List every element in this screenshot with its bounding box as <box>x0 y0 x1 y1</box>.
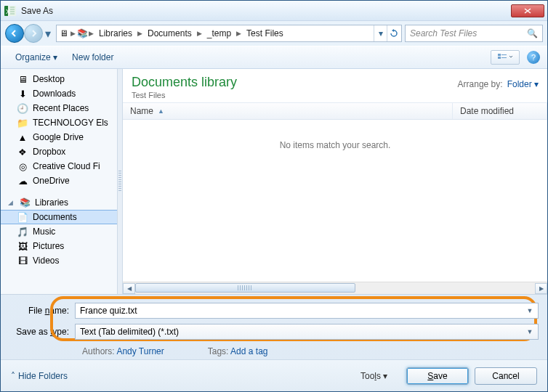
svg-rect-9 <box>501 54 507 55</box>
hide-folders-button[interactable]: ˄ Hide Folders <box>11 371 68 381</box>
save-as-dialog: X Save As ▾ 🖥 ▶ 📚 ▶ Libraries ▶ Docum <box>0 0 548 392</box>
breadcrumb-seg[interactable]: Test Files <box>242 28 288 38</box>
folder-icon: ☁ <box>17 175 28 187</box>
tools-menu[interactable]: Tools▾ <box>360 371 387 381</box>
tags-value[interactable]: Add a tag <box>230 346 267 356</box>
sidebar-item-label: Desktop <box>33 74 65 84</box>
library-item-icon: 🖼 <box>17 240 28 252</box>
scroll-thumb[interactable] <box>135 283 355 293</box>
sidebar-item[interactable]: 🖥Desktop <box>1 72 117 86</box>
folder-icon: ❖ <box>17 146 28 158</box>
authors-value[interactable]: Andy Turner <box>116 346 164 356</box>
sidebar-item-label: Recent Places <box>33 103 89 113</box>
sidebar-item-label: TECHNOLOGY Els <box>33 118 108 128</box>
breadcrumb-dropdown[interactable]: ▾ <box>374 25 387 41</box>
folder-icon: 🕘 <box>17 102 28 114</box>
computer-icon: 🖥 <box>58 28 70 39</box>
svg-rect-8 <box>498 57 501 59</box>
breadcrumb-seg[interactable]: Documents <box>143 28 196 38</box>
view-mode-button[interactable] <box>491 50 520 65</box>
search-input[interactable]: Search Test Files 🔍 <box>405 25 543 42</box>
chevron-right-icon: ▶ <box>88 30 94 37</box>
organize-menu[interactable]: Organize ▾ <box>8 49 65 65</box>
library-icon: 📚 <box>76 28 88 39</box>
sidebar-item[interactable]: ◎Creative Cloud Fi <box>1 159 117 173</box>
library-item-icon: 📄 <box>17 211 28 223</box>
sidebar-item-label: Pictures <box>33 241 64 251</box>
expand-icon: ◢ <box>8 199 15 206</box>
folder-icon: ⬇ <box>17 88 28 99</box>
authors-label: Authors: <box>82 346 115 356</box>
tags-label: Tags: <box>208 346 229 356</box>
breadcrumb[interactable]: 🖥 ▶ 📚 ▶ Libraries ▶ Documents ▶ _temp ▶ … <box>56 25 402 42</box>
chevron-right-icon: ▶ <box>196 30 203 37</box>
library-subtitle: Test Files <box>132 91 237 99</box>
scroll-right-button[interactable]: ▶ <box>535 283 547 294</box>
svg-text:X: X <box>6 8 10 15</box>
folder-icon: ▲ <box>17 131 28 143</box>
library-icon: 📚 <box>20 197 31 208</box>
splitter[interactable] <box>117 69 123 294</box>
chevron-down-icon[interactable]: ▼ <box>525 306 535 316</box>
chevron-right-icon: ▶ <box>70 30 76 37</box>
sidebar-item[interactable]: ⬇Downloads <box>1 86 117 101</box>
column-name[interactable]: Name▲ <box>123 103 453 119</box>
main-panel: Documents library Test Files Arrange by:… <box>123 69 547 294</box>
breadcrumb-seg[interactable]: _temp <box>203 28 235 38</box>
sidebar-item[interactable]: 🎞Videos <box>1 253 117 268</box>
folder-icon: ◎ <box>17 160 28 172</box>
sidebar-item-label: Dropbox <box>33 147 65 157</box>
scroll-left-button[interactable]: ◀ <box>123 283 135 294</box>
sidebar-item[interactable]: 🖼Pictures <box>1 239 117 253</box>
arrange-by-dropdown[interactable]: Folder ▾ <box>507 79 539 89</box>
chevron-up-icon: ˄ <box>11 371 15 381</box>
cancel-button[interactable]: Cancel <box>475 367 537 385</box>
svg-rect-7 <box>498 54 501 56</box>
close-button[interactable] <box>511 4 544 17</box>
form-area: File name: France quiz.txt ▼ Save as typ… <box>1 295 547 359</box>
forward-button[interactable] <box>24 24 43 43</box>
file-list: No items match your search. <box>123 120 547 282</box>
back-button[interactable] <box>5 24 24 43</box>
sidebar-libraries-header[interactable]: ◢📚Libraries <box>1 195 117 210</box>
saveastype-dropdown[interactable]: Text (Tab delimited) (*.txt) ▼ <box>75 324 539 340</box>
sidebar-item[interactable]: ▲Google Drive <box>1 130 117 144</box>
folder-icon: 📁 <box>17 117 28 128</box>
window-controls <box>509 4 544 17</box>
sidebar-item-label: Documents <box>33 212 77 222</box>
sidebar-item[interactable]: 📁TECHNOLOGY Els <box>1 115 117 130</box>
sort-asc-icon: ▲ <box>158 107 164 115</box>
window-title: Save As <box>21 6 509 16</box>
body: 🖥Desktop⬇Downloads🕘Recent Places📁TECHNOL… <box>1 69 547 295</box>
nav-history-dropdown[interactable]: ▾ <box>43 28 53 38</box>
scroll-track[interactable] <box>135 283 535 294</box>
chevron-down-icon: ▾ <box>383 371 387 381</box>
toolbar: Organize ▾ New folder ? <box>1 46 547 69</box>
help-button[interactable]: ? <box>527 51 540 64</box>
nav-row: ▾ 🖥 ▶ 📚 ▶ Libraries ▶ Documents ▶ _temp … <box>1 21 547 46</box>
svg-rect-10 <box>501 57 507 58</box>
filename-input[interactable]: France quiz.txt ▼ <box>75 303 539 319</box>
bottom-bar: ˄ Hide Folders Tools▾ Save Cancel <box>1 359 547 391</box>
sidebar-item-label: Google Drive <box>33 132 84 142</box>
new-folder-button[interactable]: New folder <box>65 49 121 65</box>
breadcrumb-seg[interactable]: Libraries <box>94 28 137 38</box>
sidebar-item-label: Creative Cloud Fi <box>33 161 100 171</box>
search-icon: 🔍 <box>527 28 538 38</box>
sidebar: 🖥Desktop⬇Downloads🕘Recent Places📁TECHNOL… <box>1 69 117 294</box>
refresh-button[interactable] <box>387 25 400 41</box>
library-item-icon: 🎞 <box>17 255 28 266</box>
sidebar-item[interactable]: ❖Dropbox <box>1 144 117 159</box>
excel-icon: X <box>4 4 17 17</box>
sidebar-item[interactable]: ☁OneDrive <box>1 173 117 188</box>
column-date[interactable]: Date modified <box>453 103 547 119</box>
chevron-down-icon[interactable]: ▼ <box>525 327 535 337</box>
sidebar-item-label: Downloads <box>33 89 76 99</box>
save-button[interactable]: Save <box>406 367 469 385</box>
column-headers[interactable]: Name▲ Date modified <box>123 102 547 120</box>
sidebar-item[interactable]: 🕘Recent Places <box>1 101 117 115</box>
sidebar-item-label: Libraries <box>35 197 68 208</box>
horizontal-scrollbar[interactable]: ◀ ▶ <box>123 282 547 294</box>
sidebar-item[interactable]: 📄Documents <box>1 210 117 224</box>
sidebar-item[interactable]: 🎵Music <box>1 224 117 239</box>
